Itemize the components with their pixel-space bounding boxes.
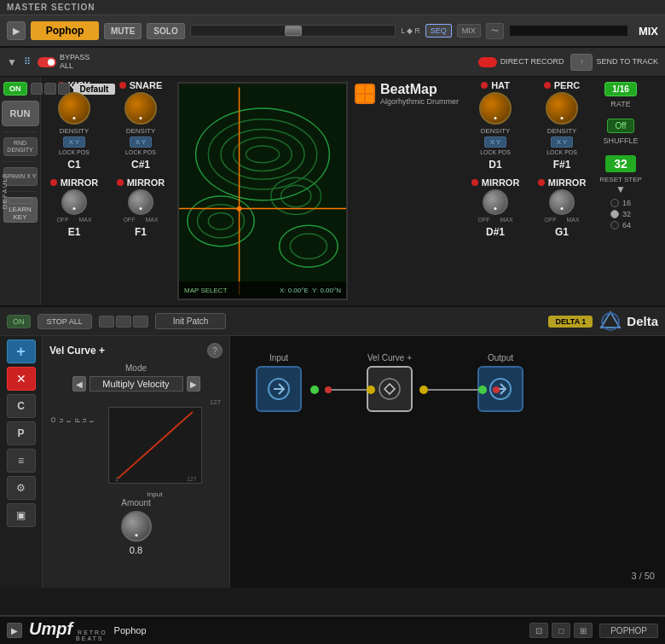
snare-xy-button[interactable]: X Y <box>130 136 153 148</box>
hat-xy-button[interactable]: X Y <box>484 136 507 148</box>
svg-rect-22 <box>366 95 373 102</box>
delta-on-button[interactable]: ON <box>7 315 31 328</box>
perc-xy-button[interactable]: X Y <box>551 136 574 148</box>
rate-panel: 1/16 RATE Off SHUFFLE 32 RESET STEP ▼ 16… <box>595 77 646 305</box>
sidebar-btn-c[interactable]: C <box>7 394 36 418</box>
step-options: 16 32 64 <box>610 199 631 229</box>
sidebar-btn-p[interactable]: P <box>7 421 36 445</box>
mute-button[interactable]: MUTE <box>104 23 142 39</box>
step-radio-16[interactable] <box>610 199 619 207</box>
preset-btn-2[interactable] <box>44 83 56 95</box>
lr-label: L ◆ R <box>401 26 420 35</box>
default-label: DEFAULT <box>1 173 9 209</box>
snare-note: C#1 <box>131 159 150 171</box>
collapse-arrow[interactable]: ▼ <box>7 56 17 68</box>
svg-marker-31 <box>385 384 395 394</box>
header-icon-2[interactable] <box>116 316 131 328</box>
output-box[interactable] <box>477 366 523 412</box>
perc-mirror-knob[interactable] <box>549 189 575 215</box>
init-patch-button[interactable]: Init Patch <box>155 313 227 329</box>
step-radio-32[interactable] <box>610 210 619 218</box>
delta-header-icons <box>99 316 148 328</box>
perc-lock-pos: LOCK POS <box>546 149 577 155</box>
header-icon-3[interactable] <box>133 316 148 328</box>
mode-label: Mode <box>49 363 223 373</box>
kick-density-knob[interactable] <box>58 92 90 125</box>
hat-density-knob[interactable] <box>479 92 512 125</box>
output-label: Output <box>488 353 513 363</box>
delta-content: + ✕ C P ≡ ⚙ ▣ Vel Curve + ? Mode ◀ <box>0 336 665 588</box>
preset-buttons <box>31 83 70 95</box>
step-option-16[interactable]: 16 <box>610 199 631 207</box>
sidebar-btn-delete[interactable]: ✕ <box>7 367 36 391</box>
kick-mirror-knob[interactable] <box>61 189 87 215</box>
delta-logo-text: Delta <box>627 314 658 328</box>
direct-record-led[interactable] <box>478 57 497 67</box>
mode-prev-arrow[interactable]: ◀ <box>72 376 86 392</box>
kick-xy-button[interactable]: X Y <box>63 136 86 148</box>
track-name[interactable]: Pophop <box>31 21 99 40</box>
solo-button[interactable]: SOLO <box>147 23 184 39</box>
stop-all-button[interactable]: STOP ALL <box>38 314 92 329</box>
run-button[interactable]: RUN <box>2 101 39 126</box>
hat-density-label: DENSITY <box>481 127 511 135</box>
snare-mirror-led <box>117 179 124 186</box>
graph-area[interactable]: 1 127 <box>108 407 202 484</box>
rnd-density-button[interactable]: RND DENSITY <box>3 137 38 156</box>
graph-svg: 1 127 <box>109 408 201 483</box>
mix-button[interactable]: MIX <box>457 24 481 38</box>
perc-knob-dot <box>561 117 564 119</box>
bottom-btn-3[interactable]: ⊞ <box>574 623 593 638</box>
grid-icon[interactable]: ⠿ <box>24 56 31 67</box>
step-option-32[interactable]: 32 <box>610 210 631 218</box>
volume-slider[interactable] <box>190 25 396 37</box>
bypass-led[interactable] <box>38 57 56 67</box>
sidebar-btn-lines[interactable]: ≡ <box>7 449 36 473</box>
bottom-btn-2[interactable]: □ <box>552 623 570 638</box>
vel-curve-box[interactable] <box>367 366 413 412</box>
hat-mirror-knob[interactable] <box>483 189 508 215</box>
preset-btn-1[interactable] <box>31 83 43 95</box>
perc-density-knob[interactable] <box>546 92 578 125</box>
help-button[interactable]: ? <box>207 343 223 358</box>
input-box[interactable] <box>256 366 302 412</box>
bottom-track-name: Pophop <box>114 625 523 635</box>
amount-knob[interactable] <box>121 511 152 542</box>
step-option-64[interactable]: 64 <box>610 221 631 229</box>
beatmap-icon <box>355 84 375 104</box>
on-button[interactable]: ON <box>3 82 27 96</box>
perc-note: F#1 <box>553 159 571 171</box>
wave-button[interactable]: 〜 <box>486 23 504 39</box>
svg-point-37 <box>419 386 428 394</box>
sidebar-btn-add[interactable]: + <box>7 339 36 363</box>
snare-mirror-knob[interactable] <box>128 189 153 215</box>
play-button[interactable]: ▶ <box>7 21 26 40</box>
sidebar-btn-square[interactable]: ▣ <box>7 503 36 527</box>
kick-group: KICK DENSITY X Y LOCK POS C1 MIRROR OFF … <box>41 77 107 305</box>
contour-map-svg <box>179 84 346 299</box>
rate-value[interactable]: 1/16 <box>604 82 636 96</box>
svg-rect-21 <box>356 95 364 102</box>
perc-mirror-led <box>538 179 545 186</box>
sidebar-btn-gear[interactable]: ⚙ <box>7 476 36 500</box>
umpf-text: Umpf <box>29 619 72 639</box>
header-icon-1[interactable] <box>99 316 114 328</box>
snare-density-knob[interactable] <box>124 92 157 125</box>
vel-curve-node: Vel Curve + <box>367 353 413 412</box>
step-radio-64[interactable] <box>610 221 619 229</box>
amount-section: Amount 0.8 <box>49 498 223 555</box>
beatmap-canvas[interactable]: MAP SELECT X: 0.00°E Y: 0.00°N <box>177 82 348 300</box>
seq-button[interactable]: SEQ <box>425 24 452 38</box>
mode-next-arrow[interactable]: ▶ <box>187 376 200 392</box>
umpf-subtitle: RETRO BEATS <box>76 629 107 641</box>
hat-led <box>481 82 488 89</box>
send-to-track-icon[interactable]: ↑ <box>570 54 593 71</box>
svg-point-18 <box>237 206 242 212</box>
number-display[interactable]: 32 <box>605 155 636 172</box>
shuffle-button[interactable]: Off <box>607 119 633 133</box>
bottom-play-button[interactable]: ▶ <box>7 623 22 638</box>
bottom-controls: ⊡ □ ⊞ <box>529 623 593 638</box>
divider2 <box>3 161 38 162</box>
mode-section: Mode ◀ Multiply Velocity ▶ <box>49 363 223 392</box>
bottom-btn-1[interactable]: ⊡ <box>529 623 548 638</box>
